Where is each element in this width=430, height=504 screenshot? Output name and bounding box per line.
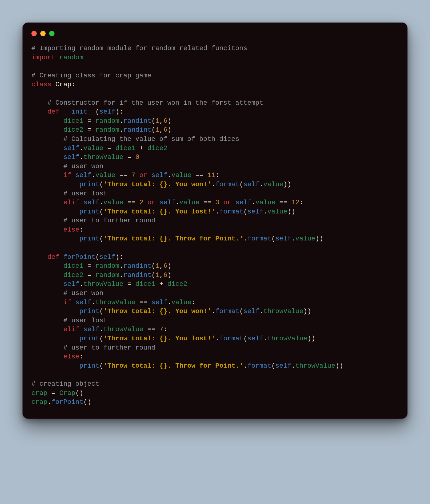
code-window: # Importing random module for random rel… xyxy=(23,23,407,419)
window-traffic-lights xyxy=(31,31,399,36)
code-block: # Importing random module for random rel… xyxy=(31,44,399,407)
minimize-icon[interactable] xyxy=(40,31,46,36)
close-icon[interactable] xyxy=(31,31,37,36)
maximize-icon[interactable] xyxy=(49,31,54,36)
